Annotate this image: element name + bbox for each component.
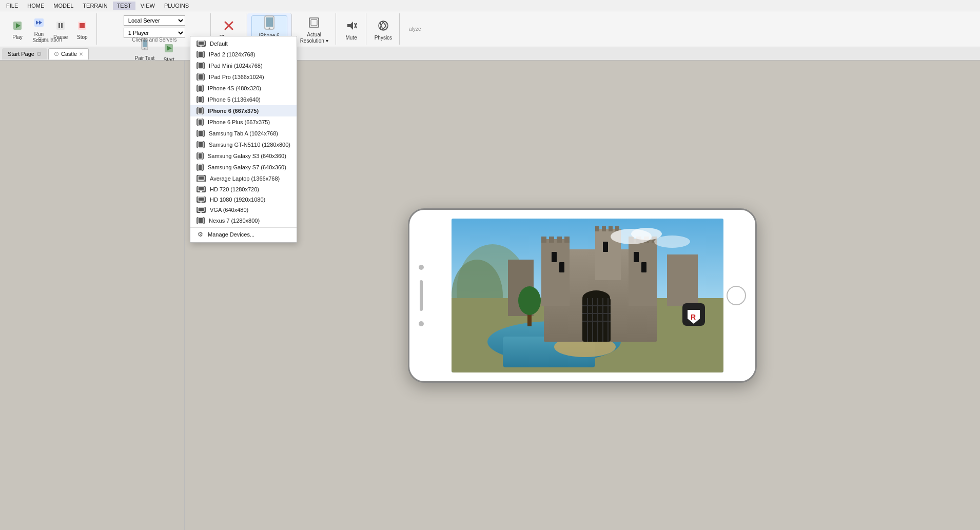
dropdown-hd1080-label: HD 1080 (1920x1080): [210, 197, 265, 203]
dropdown-item-default[interactable]: Default: [190, 38, 297, 49]
dropdown-item-manage[interactable]: ⚙ Manage Devices...: [190, 229, 297, 240]
svg-rect-90: [197, 181, 205, 182]
svg-rect-49: [595, 226, 599, 231]
tab-castle-close[interactable]: ✕: [79, 51, 83, 57]
svg-rect-9: [80, 23, 85, 28]
analyze-section: alyze: [401, 13, 429, 45]
svg-rect-66: [641, 262, 646, 272]
svg-rect-36: [541, 239, 570, 306]
svg-point-69: [518, 286, 541, 315]
phone-btn-dot: [419, 265, 424, 270]
menu-home[interactable]: HOME: [23, 2, 48, 10]
menu-file[interactable]: FILE: [2, 2, 22, 10]
tablet-icon-ipad-mini: [197, 62, 205, 69]
svg-rect-18: [266, 17, 273, 27]
dropdown-item-hd720[interactable]: HD 720 (1280x720): [190, 184, 297, 194]
analyze-label: alyze: [405, 26, 425, 32]
svg-rect-89: [198, 176, 204, 180]
svg-point-75: [654, 235, 690, 248]
resolution-button[interactable]: ActualResolution ▾: [297, 15, 331, 45]
stop-icon: [76, 20, 88, 33]
svg-rect-63: [552, 252, 557, 262]
laptop-icon: [197, 175, 206, 182]
players-dropdown[interactable]: 1 Player 2 Players 3 Players: [124, 28, 185, 38]
menu-test[interactable]: TEST: [113, 2, 135, 10]
svg-rect-94: [200, 202, 202, 203]
dropdown-samsung-gtn5110-label: Samsung GT-N5110 (1280x800): [209, 142, 290, 148]
dropdown-item-iphone6[interactable]: IPhone 6 (667x375): [190, 105, 297, 116]
svg-rect-21: [311, 19, 317, 26]
svg-point-12: [144, 48, 145, 50]
svg-marker-22: [347, 22, 353, 30]
svg-rect-51: [609, 226, 613, 231]
start-icon: [163, 43, 174, 56]
dropdown-item-hd1080[interactable]: HD 1080 (1920x1080): [190, 194, 297, 205]
svg-rect-76: [198, 41, 204, 45]
svg-rect-92: [200, 191, 202, 192]
svg-rect-93: [198, 197, 204, 201]
svg-rect-78: [198, 51, 203, 57]
phone-icon-iphone5: [197, 96, 204, 103]
phone-home-button[interactable]: [727, 286, 746, 305]
svg-text:R: R: [691, 313, 696, 321]
tablet-icon-samsung-gtn5110: [197, 141, 205, 148]
dropdown-item-vga[interactable]: VGA (640x480): [190, 205, 297, 215]
physics-icon: [377, 19, 389, 34]
play-icon: [12, 20, 23, 33]
phone-btn-line: [420, 280, 423, 311]
svg-rect-86: [198, 142, 203, 148]
dropdown-item-iphone6plus[interactable]: IPhone 6 Plus (667x375): [190, 116, 297, 128]
dropdown-divider: [190, 227, 297, 228]
menu-plugins[interactable]: PLUGINS: [160, 2, 193, 10]
svg-rect-82: [198, 96, 202, 103]
dropdown-item-samsung-galaxy-s3[interactable]: Samsung Galaxy S3 (640x360): [190, 150, 297, 162]
menu-model[interactable]: MODEL: [49, 2, 77, 10]
dropdown-item-iphone4s[interactable]: IPhone 4S (480x320): [190, 83, 297, 94]
dropdown-item-nexus7[interactable]: Nexus 7 (1280x800): [190, 215, 297, 226]
physics-button[interactable]: Physics: [371, 15, 395, 45]
svg-rect-77: [200, 46, 202, 47]
phone-side-buttons: [419, 265, 424, 326]
dropdown-item-ipad2[interactable]: IPad 2 (1024x768): [190, 49, 297, 60]
dropdown-item-ipad-mini[interactable]: IPad Mini (1024x768): [190, 60, 297, 71]
tab-castle-icon: ⊙: [54, 50, 59, 57]
left-panel: [0, 61, 185, 530]
dropdown-item-samsung-tab-a[interactable]: Samsung Tab A (1024x768): [190, 128, 297, 139]
mute-section: Mute: [337, 13, 366, 45]
server-dropdown[interactable]: Local Server: [124, 15, 185, 26]
simulation-label: Simulation: [3, 37, 96, 43]
main-area: R: [0, 61, 980, 530]
mute-button[interactable]: Mute: [341, 15, 362, 45]
svg-rect-39: [667, 254, 698, 306]
castle-scene: R: [452, 219, 723, 372]
menu-view[interactable]: VIEW: [136, 2, 159, 10]
svg-rect-97: [198, 218, 203, 224]
dropdown-item-samsung-gtn5110[interactable]: Samsung GT-N5110 (1280x800): [190, 139, 297, 150]
phone-icon-samsung-galaxy-s3: [197, 152, 204, 160]
dropdown-item-ipad-pro[interactable]: IPad Pro (1366x1024): [190, 71, 297, 83]
svg-rect-65: [634, 252, 639, 262]
svg-rect-42: [549, 237, 554, 243]
dropdown-item-samsung-galaxy-s7[interactable]: Samsung Galaxy S7 (640x360): [190, 162, 297, 173]
dropdown-samsung-tab-a-label: Samsung Tab A (1024x768): [209, 130, 278, 136]
mute-icon: [345, 19, 358, 34]
tab-castle[interactable]: ⊙ Castle ✕: [48, 48, 89, 60]
dropdown-samsung-galaxy-s3-label: Samsung Galaxy S3 (640x360): [208, 153, 286, 159]
svg-point-19: [268, 28, 270, 29]
svg-rect-64: [559, 262, 564, 272]
phone-icon-iphone6plus: [197, 119, 204, 126]
dropdown-item-iphone5[interactable]: IPhone 5 (1136x640): [190, 94, 297, 105]
viewport: R: [185, 61, 980, 530]
dropdown-item-average-laptop[interactable]: Average Laptop (1366x768): [190, 173, 297, 184]
svg-rect-67: [603, 242, 608, 252]
svg-rect-88: [198, 164, 202, 170]
dropdown-iphone5-label: IPhone 5 (1136x640): [208, 96, 261, 103]
physics-section: Physics: [367, 13, 400, 45]
svg-rect-41: [541, 237, 546, 243]
tab-start-page[interactable]: Start Page ⊙: [2, 48, 47, 60]
phone-mockup: R: [408, 208, 757, 383]
phone-screen: R: [452, 219, 723, 372]
menu-terrain[interactable]: TERRAIN: [79, 2, 111, 10]
svg-rect-83: [198, 108, 202, 114]
svg-rect-79: [198, 63, 203, 69]
